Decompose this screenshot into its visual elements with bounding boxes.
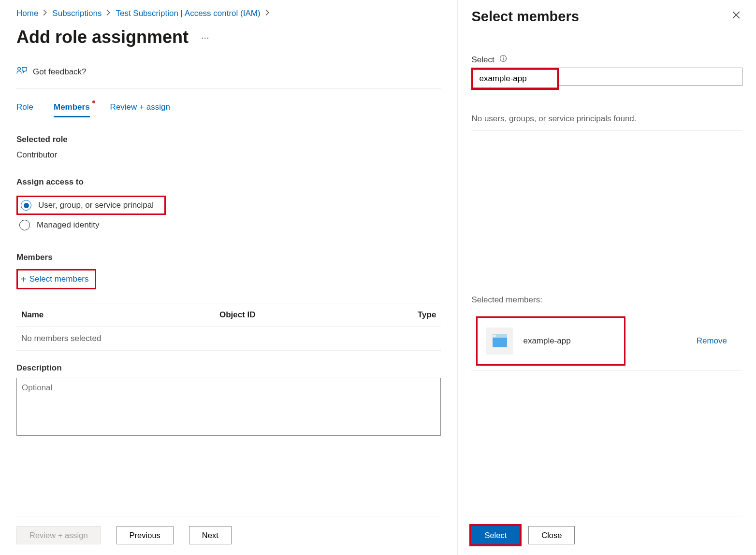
col-header-object-id: Object ID <box>219 310 418 320</box>
search-input[interactable] <box>473 70 557 88</box>
selected-member-row: example-app Remove <box>471 312 742 371</box>
select-button[interactable]: Select <box>471 526 520 544</box>
selected-member-name: example-app <box>523 336 570 346</box>
select-label: Select <box>471 55 494 65</box>
close-icon[interactable] <box>730 9 742 24</box>
selected-role-label: Selected role <box>16 135 441 144</box>
footer: Review + assign Previous Next <box>16 516 441 555</box>
tab-members-label: Members <box>54 102 90 112</box>
search-input-ext[interactable] <box>559 68 742 86</box>
col-header-type: Type <box>418 310 436 320</box>
empty-members-text: No members selected <box>21 334 219 343</box>
description-label: Description <box>16 363 441 373</box>
review-assign-button: Review + assign <box>16 526 101 544</box>
tabs: Role Members Review + assign <box>16 102 441 117</box>
select-members-link[interactable]: + Select members <box>16 269 96 289</box>
breadcrumb: Home Subscriptions Test Subscription | A… <box>16 9 441 18</box>
svg-rect-4 <box>493 337 507 347</box>
feedback-link[interactable]: Got feedback? <box>16 66 441 89</box>
radio-managed-label: Managed identity <box>37 220 99 230</box>
members-label: Members <box>16 253 441 262</box>
breadcrumb-subscriptions[interactable]: Subscriptions <box>52 9 102 18</box>
description-input[interactable] <box>16 378 441 436</box>
remove-member-link[interactable]: Remove <box>697 336 727 346</box>
svg-point-2 <box>503 57 504 57</box>
application-icon <box>486 327 513 355</box>
select-members-link-label: Select members <box>29 274 89 284</box>
radio-user-group-sp[interactable]: User, group, or service principal <box>16 196 166 215</box>
page-title: Add role assignment <box>16 27 189 47</box>
svg-point-0 <box>18 67 21 70</box>
radio-managed-identity[interactable]: Managed identity <box>16 217 441 233</box>
chevron-right-icon <box>43 9 47 18</box>
feedback-icon <box>16 66 27 78</box>
svg-rect-6 <box>494 335 495 337</box>
breadcrumb-home[interactable]: Home <box>16 9 38 18</box>
panel-title: Select members <box>471 9 579 25</box>
breadcrumb-current[interactable]: Test Subscription | Access control (IAM) <box>116 9 260 18</box>
radio-user-label: User, group, or service principal <box>38 200 154 210</box>
tab-members[interactable]: Members <box>54 102 90 117</box>
next-button[interactable]: Next <box>189 526 232 544</box>
plus-icon: + <box>21 274 27 284</box>
selected-members-label: Selected members: <box>471 295 742 305</box>
tab-role[interactable]: Role <box>16 102 33 117</box>
close-button[interactable]: Close <box>528 526 575 544</box>
indicator-dot-icon <box>92 100 95 103</box>
more-icon[interactable]: ··· <box>198 30 212 45</box>
no-results-text: No users, groups, or service principals … <box>471 114 742 131</box>
assign-access-label: Assign access to <box>16 177 441 187</box>
info-icon[interactable] <box>499 55 507 65</box>
selected-role-value: Contributor <box>16 150 441 160</box>
radio-unchecked-icon <box>19 220 30 230</box>
col-header-name: Name <box>21 310 219 320</box>
svg-rect-3 <box>503 58 503 60</box>
chevron-right-icon <box>265 9 270 18</box>
members-table: Name Object ID Type No members selected <box>16 303 441 351</box>
feedback-label: Got feedback? <box>33 67 87 77</box>
radio-checked-icon <box>21 200 31 211</box>
chevron-right-icon <box>106 9 111 18</box>
select-members-panel: Select members Select No users, groups, … <box>457 0 756 555</box>
previous-button[interactable]: Previous <box>116 526 174 544</box>
tab-review[interactable]: Review + assign <box>110 102 170 117</box>
table-row: No members selected <box>16 327 441 351</box>
